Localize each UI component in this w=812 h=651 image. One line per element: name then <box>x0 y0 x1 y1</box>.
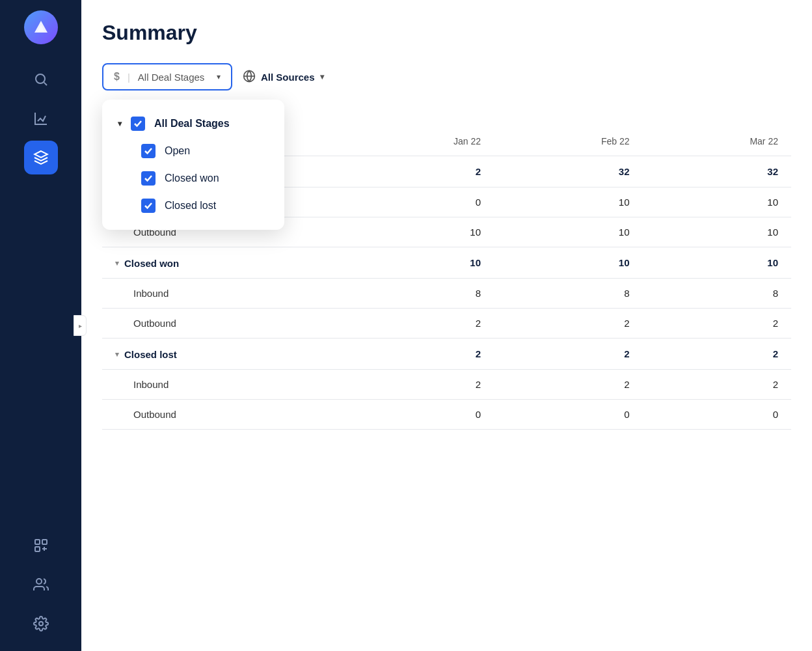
svg-rect-3 <box>42 540 47 544</box>
row-feb: 2 <box>494 339 643 370</box>
row-feb: 10 <box>494 187 643 217</box>
table-row: Outbound 0 0 0 <box>102 400 791 430</box>
filters-row: $ | All Deal Stages ▾ All Sources ▾ <box>102 63 791 90</box>
row-label: Outbound <box>102 400 348 430</box>
row-jan: 8 <box>348 279 494 309</box>
table-group-header-row[interactable]: ▾ Closed lost 2 2 2 <box>102 339 791 370</box>
row-mar: 32 <box>643 156 792 187</box>
dropdown-open-label: Open <box>165 145 190 157</box>
dropdown-item-open[interactable]: Open <box>102 137 284 165</box>
sources-dropdown[interactable]: All Sources ▾ <box>243 70 324 85</box>
row-label: Inbound <box>102 279 348 309</box>
row-feb: 10 <box>494 217 643 247</box>
checkbox-all[interactable] <box>131 117 145 131</box>
dropdown-closed-lost-label: Closed lost <box>165 200 216 212</box>
deal-stages-label: All Deal Stages <box>138 72 211 83</box>
main-content: Summary $ | All Deal Stages ▾ All Source… <box>81 0 812 651</box>
dropdown-item-closed-won[interactable]: Closed won <box>102 165 284 192</box>
row-mar: 0 <box>643 400 792 430</box>
svg-marker-1 <box>34 151 47 158</box>
deal-stages-dropdown-menu: ▾ All Deal Stages Open <box>102 100 284 230</box>
arrow-down-icon: ▾ <box>118 119 122 128</box>
expand-arrow-icon[interactable]: ▾ <box>115 259 119 268</box>
expand-arrow-icon[interactable]: ▾ <box>115 350 119 359</box>
sidebar-item-analytics[interactable] <box>24 102 58 135</box>
row-mar: 8 <box>643 279 792 309</box>
row-jan: 2 <box>348 339 494 370</box>
row-feb: 2 <box>494 370 643 400</box>
row-jan: 0 <box>348 400 494 430</box>
row-feb: 10 <box>494 247 643 279</box>
row-mar: 10 <box>643 247 792 279</box>
checkbox-closed-won[interactable] <box>141 171 156 186</box>
globe-icon <box>243 70 256 85</box>
svg-point-0 <box>36 74 45 83</box>
deal-stages-chevron-icon: ▾ <box>217 72 221 81</box>
row-feb: 2 <box>494 309 643 339</box>
row-jan: 0 <box>348 187 494 217</box>
sidebar-item-tasks[interactable] <box>24 529 58 562</box>
app-logo[interactable] <box>24 10 58 44</box>
checkbox-closed-lost[interactable] <box>141 199 156 213</box>
row-mar: 10 <box>643 187 792 217</box>
row-jan: 2 <box>348 156 494 187</box>
page-title: Summary <box>102 21 791 45</box>
row-feb: 32 <box>494 156 643 187</box>
row-jan: 2 <box>348 309 494 339</box>
sidebar-item-layers[interactable] <box>24 141 58 174</box>
dropdown-closed-won-label: Closed won <box>165 173 219 184</box>
col-header-mar: Mar 22 <box>643 127 792 156</box>
col-header-jan: Jan 22 <box>348 127 494 156</box>
row-label: ▾ Closed lost <box>102 339 348 370</box>
sidebar <box>0 0 81 651</box>
svg-point-5 <box>36 579 42 584</box>
row-mar: 10 <box>643 217 792 247</box>
row-feb: 8 <box>494 279 643 309</box>
dropdown-item-closed-lost[interactable]: Closed lost <box>102 192 284 219</box>
row-mar: 2 <box>643 370 792 400</box>
row-label: Inbound <box>102 370 348 400</box>
row-label: ▾ Closed won <box>102 247 348 279</box>
row-jan: 10 <box>348 247 494 279</box>
row-label: Outbound <box>102 309 348 339</box>
col-header-feb: Feb 22 <box>494 127 643 156</box>
row-feb: 0 <box>494 400 643 430</box>
row-mar: 2 <box>643 339 792 370</box>
sources-chevron-icon: ▾ <box>320 72 324 81</box>
table-group-header-row[interactable]: ▾ Closed won 10 10 10 <box>102 247 791 279</box>
table-row: Inbound 8 8 8 <box>102 279 791 309</box>
svg-rect-2 <box>35 540 40 544</box>
row-mar: 2 <box>643 309 792 339</box>
table-row: Inbound 2 2 2 <box>102 370 791 400</box>
sidebar-item-team[interactable] <box>24 568 58 602</box>
sidebar-collapse-button[interactable]: ▸ <box>74 315 87 336</box>
checkbox-open[interactable] <box>141 144 156 158</box>
dollar-icon: $ <box>114 71 120 83</box>
deal-stages-dropdown[interactable]: $ | All Deal Stages ▾ <box>102 63 232 90</box>
sidebar-item-settings[interactable] <box>24 607 58 641</box>
sources-label: All Sources <box>261 72 315 83</box>
table-row: Outbound 2 2 2 <box>102 309 791 339</box>
sidebar-item-search[interactable] <box>24 62 58 96</box>
dropdown-all-label: All Deal Stages <box>154 118 230 130</box>
row-jan: 10 <box>348 217 494 247</box>
row-jan: 2 <box>348 370 494 400</box>
svg-rect-4 <box>35 547 40 551</box>
svg-point-6 <box>39 622 43 626</box>
dropdown-item-all[interactable]: ▾ All Deal Stages <box>102 110 284 137</box>
